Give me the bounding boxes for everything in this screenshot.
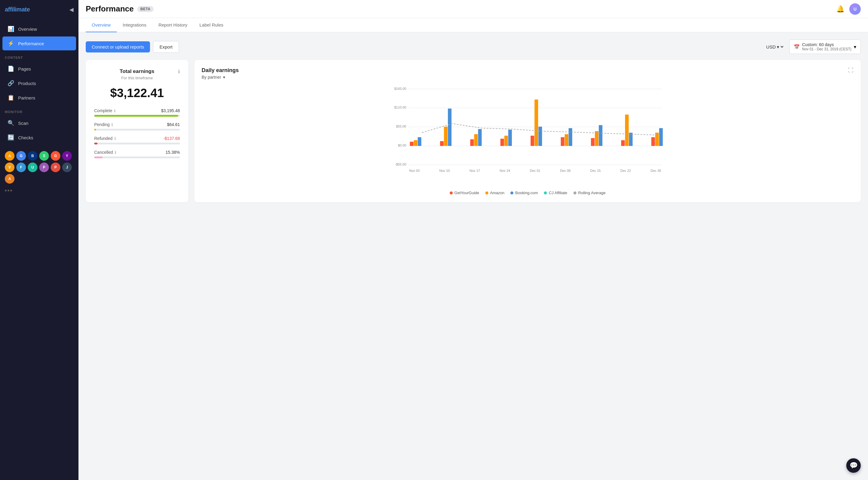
sidebar-item-label: Scan [18, 121, 28, 126]
svg-rect-28 [591, 138, 595, 146]
stat-refunded-value: -$137.68 [163, 136, 180, 141]
pending-info-icon[interactable]: ℹ [112, 123, 113, 127]
total-earnings-amount: $3,122.41 [94, 86, 180, 100]
chart-header: Daily earnings By partner ▾ ⛶ [202, 67, 854, 79]
tabs-bar: Overview Integrations Report History Lab… [79, 18, 868, 32]
aff-icon-yahoo[interactable]: Y [62, 151, 72, 161]
partners-icon: 📋 [7, 94, 14, 101]
currency-select[interactable]: USD ▾ EUR GBP [765, 44, 784, 50]
avatar[interactable]: U [849, 3, 861, 15]
tab-report-history[interactable]: Report History [152, 18, 193, 32]
beta-badge: BETA [137, 6, 154, 12]
svg-rect-19 [500, 139, 504, 146]
notification-bell-button[interactable]: 🔔 [836, 5, 844, 13]
legend-cj: CJ Affiliate [544, 191, 567, 195]
connect-upload-button[interactable]: Connect or upload reports [86, 41, 150, 53]
svg-rect-31 [621, 140, 625, 146]
svg-text:Dec 08: Dec 08 [560, 169, 571, 172]
chart-title: Daily earnings [202, 67, 239, 74]
topbar-actions: 🔔 U [836, 3, 861, 15]
sidebar-item-performance[interactable]: ⚡ Performance [2, 36, 76, 50]
legend-dot-amazon [485, 192, 488, 195]
partner-dropdown-icon: ▾ [223, 75, 225, 79]
svg-rect-14 [444, 127, 447, 146]
cancelled-progress-bar [94, 157, 180, 158]
aff-icon-amazon[interactable]: A [5, 151, 14, 161]
sidebar-item-partners[interactable]: 📋 Partners [2, 91, 76, 105]
cards-row: Total earnings ℹ For this timeframe $3,1… [86, 60, 861, 202]
tab-integrations[interactable]: Integrations [117, 18, 152, 32]
cancelled-info-icon[interactable]: ℹ [115, 150, 116, 155]
date-picker[interactable]: 📅 Custom: 60 days Nov 01 - Dec 31, 2019 … [789, 39, 861, 54]
stat-pending-value: $64.61 [167, 122, 180, 127]
pending-progress-fill [94, 129, 96, 131]
aff-icon-shareasale[interactable]: S [39, 151, 49, 161]
sidebar-item-scan[interactable]: 🔍 Scan [2, 116, 76, 130]
sidebar-item-overview[interactable]: 📊 Overview [2, 22, 76, 36]
aff-icon-am[interactable]: A [5, 174, 14, 183]
chat-button[interactable]: 💬 [846, 458, 861, 473]
sidebar-item-pages[interactable]: 📄 Pages [2, 62, 76, 76]
aff-icon-google[interactable]: G [16, 151, 26, 161]
expand-icon[interactable]: ⛶ [848, 67, 854, 74]
stat-pending: Pending ℹ $64.61 [94, 122, 180, 131]
chart-legend: GetYourGuide Amazon Booking.com CJ Affil… [202, 191, 854, 195]
legend-label-rolling: Rolling Average [578, 191, 606, 195]
checks-icon: 🔄 [7, 134, 14, 141]
svg-text:Nov 10: Nov 10 [439, 169, 450, 172]
products-icon: 🔗 [7, 80, 14, 87]
topbar: Performance BETA 🔔 U [79, 0, 868, 18]
aff-icon-viglink[interactable]: V [5, 163, 14, 172]
svg-rect-34 [651, 137, 655, 146]
export-button[interactable]: Export [153, 41, 179, 53]
aff-icon-pi[interactable]: P [39, 163, 49, 172]
refunded-info-icon[interactable]: ℹ [114, 136, 116, 141]
logo-text: affilimate [5, 6, 30, 13]
earnings-card: Total earnings ℹ For this timeframe $3,1… [86, 60, 188, 202]
legend-label-cj: CJ Affiliate [549, 191, 567, 195]
more-button[interactable] [0, 187, 79, 194]
legend-label-booking: Booking.com [515, 191, 538, 195]
tab-label-rules[interactable]: Label Rules [193, 18, 229, 32]
stat-complete-label: Complete ℹ [94, 108, 116, 113]
chart-subtitle[interactable]: By partner ▾ [202, 75, 239, 79]
stat-cancelled-label: Cancelled ℹ [94, 150, 116, 155]
aff-icon-jr[interactable]: J [62, 163, 72, 172]
stat-complete: Complete ℹ $3,195.48 [94, 108, 180, 117]
legend-dot-cj [544, 192, 547, 195]
svg-rect-29 [595, 131, 598, 146]
svg-rect-23 [534, 100, 538, 146]
date-range-label: Custom: 60 days [802, 42, 851, 47]
complete-info-icon[interactable]: ℹ [114, 108, 116, 113]
aff-icon-uj[interactable]: U [28, 163, 37, 172]
aff-icon-pr[interactable]: P [51, 163, 60, 172]
sidebar-item-label: Overview [18, 27, 37, 32]
svg-rect-25 [561, 137, 564, 146]
earnings-card-title: Total earnings [120, 68, 155, 74]
toolbar-left: Connect or upload reports Export [86, 41, 179, 53]
sidebar-collapse-button[interactable]: ◀ [69, 6, 74, 13]
overview-icon: 📊 [7, 26, 14, 32]
stat-pending-label: Pending ℹ [94, 122, 113, 127]
svg-text:Dec 01: Dec 01 [530, 169, 540, 172]
sidebar-nav: 📊 Overview ⚡ Performance CONTENT 📄 Pages… [0, 19, 79, 147]
svg-rect-15 [448, 108, 452, 146]
tab-overview[interactable]: Overview [86, 18, 117, 32]
sidebar-item-checks[interactable]: 🔄 Checks [2, 131, 76, 144]
calendar-icon: 📅 [794, 44, 800, 50]
aff-icon-booking[interactable]: B [28, 151, 37, 161]
sidebar-header: affilimate ◀ [0, 0, 79, 19]
legend-dot-getyourguide [450, 192, 453, 195]
legend-dot-booking [510, 192, 514, 195]
svg-text:Dec 15: Dec 15 [590, 169, 601, 172]
svg-text:Nov 24: Nov 24 [500, 169, 510, 172]
sidebar-item-products[interactable]: 🔗 Products [2, 76, 76, 90]
svg-rect-26 [565, 134, 568, 146]
chevron-down-icon: ▾ [854, 44, 856, 50]
svg-rect-35 [655, 133, 659, 146]
aff-icon-flexoffers[interactable]: F [16, 163, 26, 172]
earnings-info-icon[interactable]: ℹ [178, 69, 180, 74]
aff-icon-getyourguide[interactable]: G [51, 151, 60, 161]
performance-icon: ⚡ [7, 40, 14, 47]
date-picker-content: Custom: 60 days Nov 01 - Dec 31, 2019 (C… [802, 42, 851, 51]
